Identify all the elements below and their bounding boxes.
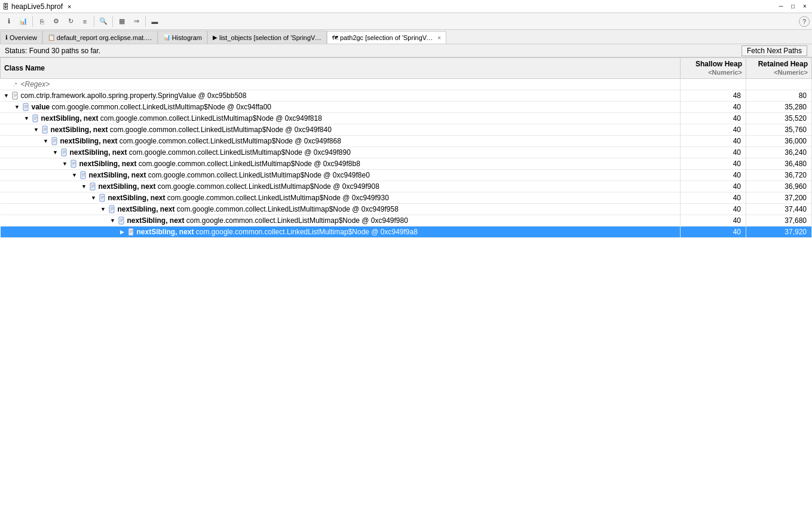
class-name-cell: ▼nextSibling, next com.google.common.col… <box>1 136 681 147</box>
table-row[interactable]: ▼nextSibling, next com.google.common.col… <box>1 136 812 147</box>
class-name-cell: ▼nextSibling, next com.google.common.col… <box>1 147 681 158</box>
retained-heap-cell: 37,200 <box>746 192 812 204</box>
shallow-heap-cell: 40 <box>681 113 746 124</box>
tab-path2gc-close[interactable]: × <box>437 35 441 41</box>
copy-toolbar-btn[interactable]: ⎘ <box>35 15 48 28</box>
svg-rect-33 <box>91 185 94 185</box>
svg-rect-19 <box>53 142 55 142</box>
row-expander[interactable]: ▼ <box>42 137 50 145</box>
table-row[interactable]: ▼nextSibling, next com.google.common.col… <box>1 181 812 192</box>
row-expander[interactable]: ▼ <box>3 92 10 99</box>
table-row[interactable]: ▶nextSibling, next com.google.common.col… <box>1 227 812 238</box>
tab-path2gc-label: path2gc [selection of 'SpringValue @ 0xc… <box>340 34 436 41</box>
shallow-heap-cell: 40 <box>681 147 746 158</box>
info-toolbar-btn[interactable]: ℹ <box>2 15 16 28</box>
row-expander[interactable]: ▼ <box>100 206 107 213</box>
svg-rect-13 <box>44 128 47 129</box>
svg-rect-47 <box>120 221 122 222</box>
class-name-cell: ▼nextSibling, next com.google.common.col… <box>1 170 681 181</box>
svg-rect-34 <box>91 186 94 186</box>
svg-rect-21 <box>63 151 66 151</box>
main-content: Class Name Shallow Heap <Numeric> Retain… <box>0 57 812 520</box>
row-expander[interactable]: ▼ <box>52 149 59 156</box>
field-icon <box>99 194 107 202</box>
sep2 <box>94 16 94 27</box>
table-row[interactable]: ▼nextSibling, next com.google.common.col… <box>1 113 812 124</box>
shallow-heap-cell: 40 <box>681 215 746 227</box>
svg-rect-45 <box>120 219 123 219</box>
maximize-btn[interactable]: □ <box>788 2 798 11</box>
shallow-heap-cell <box>681 79 746 90</box>
node-label: nextSibling, next com.google.common.coll… <box>60 137 341 145</box>
node-label: nextSibling, next com.google.common.coll… <box>51 126 332 134</box>
row-expander[interactable]: ▼ <box>23 115 30 122</box>
row-expander[interactable]: ▼ <box>14 103 21 111</box>
shallow-heap-cell: 40 <box>681 227 746 238</box>
table-row[interactable]: ▼com.ctrip.framework.apollo.spring.prope… <box>1 90 812 102</box>
retained-heap-cell: 37,920 <box>746 227 812 238</box>
class-name-cell: ▼nextSibling, next com.google.common.col… <box>1 192 681 204</box>
table-row[interactable]: ▼nextSibling, next com.google.common.col… <box>1 170 812 181</box>
table-row[interactable]: ▼nextSibling, next com.google.common.col… <box>1 215 812 227</box>
field-icon <box>41 126 50 134</box>
shallow-heap-cell: 40 <box>681 181 746 192</box>
title-tab-close[interactable]: × <box>68 3 71 10</box>
svg-rect-27 <box>72 164 74 165</box>
row-expander[interactable]: ▼ <box>33 126 40 133</box>
bar-toolbar-btn[interactable]: ▬ <box>148 15 161 28</box>
header-retained-heap[interactable]: Retained Heap <Numeric> <box>746 58 812 79</box>
tab-overview[interactable]: ℹ Overview <box>0 30 42 44</box>
tab-default-report[interactable]: 📋 default_report org.eclipse.mat.api:sus… <box>42 30 158 44</box>
svg-rect-18 <box>53 140 56 141</box>
table-row[interactable]: ▼nextSibling, next com.google.common.col… <box>1 158 812 170</box>
table-row[interactable]: .*<Regex> <box>1 79 812 90</box>
minimize-btn[interactable]: ─ <box>776 2 786 11</box>
tab-report-icon: 📋 <box>48 34 55 41</box>
sep4 <box>145 16 146 27</box>
window-close-btn[interactable]: × <box>800 2 810 11</box>
svg-rect-26 <box>72 163 75 164</box>
grid-toolbar-btn[interactable]: ▦ <box>115 15 128 28</box>
shallow-heap-cell: 40 <box>681 102 746 113</box>
table-row[interactable]: ▼nextSibling, next com.google.common.col… <box>1 192 812 204</box>
class-name-cell: ▶nextSibling, next com.google.common.col… <box>1 227 681 238</box>
retained-heap-cell: 35,280 <box>746 102 812 113</box>
row-expander[interactable]: ▼ <box>62 160 69 167</box>
header-shallow-heap[interactable]: Shallow Heap <Numeric> <box>681 58 746 79</box>
svg-rect-7 <box>24 108 26 108</box>
row-expander[interactable]: ▼ <box>90 194 97 201</box>
table-row[interactable]: ▼nextSibling, next com.google.common.col… <box>1 124 812 136</box>
svg-rect-42 <box>111 209 114 209</box>
help-btn[interactable]: ? <box>799 16 810 27</box>
tab-path2gc-icon: 🗺 <box>332 35 338 41</box>
table-row[interactable]: ▼nextSibling, next com.google.common.col… <box>1 204 812 215</box>
table-row[interactable]: ▼nextSibling, next com.google.common.col… <box>1 147 812 158</box>
svg-rect-23 <box>63 153 65 154</box>
settings-toolbar-btn[interactable]: ⚙ <box>50 15 63 28</box>
row-expander[interactable]: ▼ <box>109 217 117 224</box>
tab-path2gc[interactable]: 🗺 path2gc [selection of 'SpringValue @ 0… <box>327 31 446 44</box>
field-icon <box>79 171 88 179</box>
row-expander[interactable]: ▶ <box>119 228 126 235</box>
svg-rect-29 <box>82 173 85 174</box>
search-toolbar-btn[interactable]: 🔍 <box>97 15 110 28</box>
row-expander[interactable]: ▼ <box>81 183 88 190</box>
fetch-next-paths-button[interactable]: Fetch Next Paths <box>741 45 807 56</box>
table-container[interactable]: Class Name Shallow Heap <Numeric> Retain… <box>0 57 812 520</box>
header-class-name[interactable]: Class Name <box>1 58 681 79</box>
svg-rect-37 <box>101 196 104 197</box>
tab-list-objects[interactable]: ▶ list_objects [selection of 'SpringValu… <box>207 30 327 44</box>
export-toolbar-btn[interactable]: ⇒ <box>130 15 143 28</box>
class-name-cell: .*<Regex> <box>1 79 681 90</box>
table-row[interactable]: ▼value com.google.common.collect.LinkedL… <box>1 102 812 113</box>
refresh-toolbar-btn[interactable]: ↻ <box>64 15 77 28</box>
chart-toolbar-btn[interactable]: 📊 <box>17 15 30 28</box>
node-label: value com.google.common.collect.LinkedLi… <box>32 103 272 111</box>
config2-toolbar-btn[interactable]: ≡ <box>78 15 91 28</box>
shallow-heap-cell: 48 <box>681 90 746 102</box>
tab-histogram[interactable]: 📊 Histogram <box>158 30 207 44</box>
file-icon: 🗄 <box>2 3 9 10</box>
row-expander[interactable]: ▼ <box>71 172 78 179</box>
retained-heap-cell: 36,480 <box>746 158 812 170</box>
field-icon <box>60 148 69 157</box>
